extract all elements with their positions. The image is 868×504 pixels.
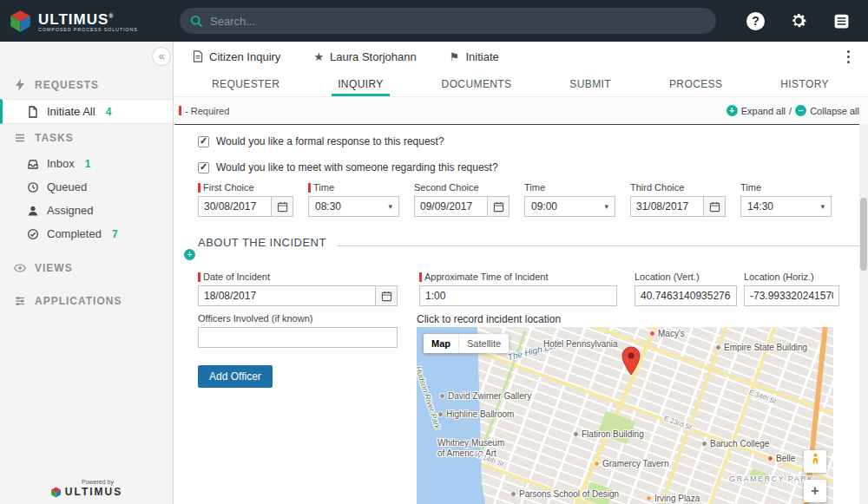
calendar-icon[interactable] [488, 196, 510, 217]
inbox-icon [27, 158, 39, 170]
incident-time-input[interactable] [419, 285, 617, 306]
section-label: APPLICATIONS [35, 295, 122, 307]
section-collapse-icon[interactable]: + [184, 249, 195, 260]
field-label: Location (Vert.) [635, 272, 700, 282]
count-badge: 1 [85, 158, 91, 170]
expand-all-icon[interactable]: + [727, 105, 738, 116]
zoom-in-button[interactable]: + [804, 480, 826, 502]
tab-documents[interactable]: DOCUMENTS [436, 71, 518, 96]
document-icon [27, 106, 39, 118]
process-name: Citizen Inquiry [209, 50, 280, 63]
item-label: Completed [47, 227, 102, 240]
map-label: Macy's [649, 329, 685, 339]
third-choice-input[interactable] [630, 196, 704, 217]
first-choice-input[interactable] [198, 196, 272, 217]
expand-all-label[interactable]: Expand all [741, 106, 786, 116]
officers-input[interactable] [198, 327, 398, 348]
officers-map-row: Officers Involved (if known) Add Officer… [198, 313, 859, 504]
calendar-icon[interactable] [704, 196, 726, 217]
map-label: Highline Ballroom [437, 409, 514, 420]
item-label: Initiate All [47, 105, 95, 118]
tab-history[interactable]: HISTORY [774, 71, 835, 96]
tab-requester[interactable]: REQUESTER [206, 71, 286, 96]
tab-process[interactable]: PROCESS [663, 71, 728, 96]
first-choice-field: First Choice [198, 182, 293, 217]
gallery-poi-icon [439, 393, 445, 399]
sidebar-item-initiate-all[interactable]: Initiate All 4 [0, 99, 173, 124]
location-marker-pin[interactable] [621, 346, 641, 376]
more-options-icon[interactable] [845, 48, 852, 66]
incident-date-input[interactable] [198, 285, 376, 306]
field-label: First Choice [203, 182, 254, 193]
sidebar-collapse-button[interactable]: « [152, 47, 171, 66]
calendar-icon[interactable] [272, 196, 293, 217]
second-choice-field: Second Choice [414, 182, 510, 217]
location-horiz-input[interactable] [744, 285, 839, 306]
sidebar-item-inbox[interactable]: Inbox 1 [0, 152, 173, 175]
tab-submit[interactable]: SUBMIT [563, 71, 617, 96]
building-poi-icon [715, 344, 721, 350]
chevron-down-icon: ▾ [820, 202, 825, 211]
process-header: Citizen Inquiry ★ Laura Storjohann ⚑ Ini… [174, 42, 868, 71]
scrollbar-thumb[interactable] [860, 198, 867, 271]
map-label: Irving Plaza [646, 494, 700, 504]
field-label: Officers Involved (if known) [198, 313, 312, 324]
map-district-label: GRAMERCY PARK [729, 475, 814, 483]
sidebar-section-requests[interactable]: REQUESTS [0, 71, 173, 99]
user-name: Laura Storjohann [330, 50, 417, 63]
search-bar[interactable] [180, 8, 716, 34]
meet-request-row: Would you like to meet with someone rega… [198, 160, 859, 175]
location-vert-input[interactable] [635, 285, 737, 306]
flag-icon: ⚑ [450, 50, 460, 63]
settings-gear-icon[interactable] [789, 11, 808, 30]
collapse-all-icon[interactable]: − [795, 105, 806, 116]
sidebar-section-applications[interactable]: APPLICATIONS [0, 287, 173, 315]
time2-select[interactable]: 09:00▾ [524, 196, 615, 217]
sidebar-section-views[interactable]: VIEWS [0, 254, 173, 282]
sidebar-nav: REQUESTS Initiate All 4 TASKS Inbox 1 Qu… [0, 71, 173, 315]
sidebar-item-queued[interactable]: Queued [0, 175, 173, 199]
menu-icon[interactable] [832, 12, 851, 30]
section-label: VIEWS [35, 262, 73, 274]
select-value: 14:30 [747, 200, 773, 213]
time3-select[interactable]: 14:30▾ [740, 196, 832, 217]
incident-location-map[interactable]: Macy's The High Line Hotel Pennsylvania … [417, 327, 833, 504]
chevron-down-icon: ▾ [604, 202, 608, 211]
powered-by-label: Powered by [82, 479, 114, 485]
user-group: ★ Laura Storjohann [313, 50, 416, 63]
select-value: 08:30 [315, 200, 341, 213]
required-legend: - Required [179, 106, 229, 116]
required-marker [198, 183, 201, 193]
map-type-satellite-button[interactable]: Satellite [458, 334, 509, 353]
incident-fields-row: Date of Incident Approximate Time of Inc… [198, 272, 859, 306]
time2-field: Time 09:00▾ [524, 182, 615, 217]
process-name-group: Citizen Inquiry [193, 50, 280, 63]
map-type-map-button[interactable]: Map [424, 334, 458, 353]
collapse-all-label[interactable]: Collapse all [810, 106, 859, 116]
time1-select[interactable]: 08:30▾ [308, 196, 399, 217]
brand-name: ULTIMUS [38, 10, 108, 27]
item-label: Assigned [47, 204, 93, 217]
calendar-icon[interactable] [376, 285, 398, 306]
building-poi-icon [573, 431, 579, 437]
second-choice-input[interactable] [414, 196, 488, 217]
action-name: Initiate [465, 50, 498, 63]
pegman-icon[interactable] [804, 450, 826, 473]
tab-inquiry[interactable]: INQUIRY [332, 71, 390, 96]
field-label: Time [313, 182, 334, 193]
sidebar-section-tasks[interactable]: TASKS [0, 124, 173, 152]
sidebar-item-assigned[interactable]: Assigned [0, 199, 173, 222]
formal-response-label: Would you like a formal response to this… [216, 135, 444, 147]
map-label: Flatiron Building [573, 429, 644, 440]
map-label: Whitney Museum of American Art [437, 438, 504, 458]
help-icon[interactable]: ? [746, 12, 765, 30]
count-badge: 4 [106, 106, 112, 118]
meet-request-checkbox[interactable] [198, 162, 209, 173]
formal-response-checkbox[interactable] [198, 136, 209, 147]
add-officer-button[interactable]: Add Officer [198, 365, 273, 388]
vertical-scrollbar[interactable] [859, 124, 868, 504]
map-label: Gramercy Tavern [594, 459, 669, 469]
sidebar-item-completed[interactable]: Completed 7 [0, 222, 173, 245]
section-label: REQUESTS [35, 79, 99, 91]
search-input[interactable] [210, 15, 706, 28]
